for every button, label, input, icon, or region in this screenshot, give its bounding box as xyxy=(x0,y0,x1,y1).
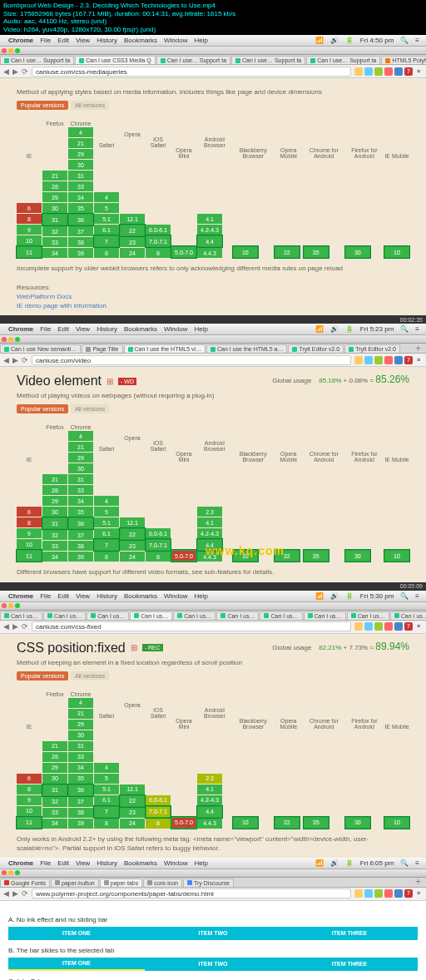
battery-icon[interactable]: 🔋 xyxy=(345,37,354,44)
version-cell[interactable]: 35 xyxy=(304,246,329,258)
version-cell[interactable]: 8 xyxy=(17,214,42,224)
browser-tab[interactable]: Can I us… xyxy=(173,611,215,620)
version-cell[interactable]: 29 xyxy=(68,149,93,159)
version-cell[interactable]: 23 xyxy=(120,237,145,247)
version-cell[interactable]: 4.1 xyxy=(197,214,222,224)
browser-tab[interactable]: Can I use New semanti… xyxy=(0,344,81,353)
browser-tab[interactable]: Try Discourse xyxy=(183,879,234,887)
reload-icon[interactable]: ⟳ xyxy=(22,67,28,76)
clock[interactable]: Fri 5:23 pm xyxy=(360,325,394,333)
version-cell[interactable]: 38 xyxy=(68,237,93,247)
ext-icon[interactable] xyxy=(364,67,373,76)
version-cell[interactable]: 6.0-6.1 xyxy=(146,225,171,235)
forward-icon[interactable]: ▶ xyxy=(12,622,18,631)
version-cell[interactable]: 4 xyxy=(94,763,119,773)
version-cell[interactable]: 34 xyxy=(68,192,93,202)
version-cell[interactable]: 6 xyxy=(17,507,42,517)
version-cell[interactable]: 34 xyxy=(42,819,67,829)
version-cell[interactable]: 10 xyxy=(233,246,258,258)
ext-icon[interactable]: 7 xyxy=(404,67,413,76)
menu-file[interactable]: File xyxy=(40,325,51,333)
version-cell[interactable]: 4 xyxy=(68,431,93,441)
browser-tab[interactable]: Can I us… xyxy=(390,611,426,620)
version-cell[interactable]: 10 xyxy=(384,550,409,562)
version-cell[interactable]: 4 xyxy=(94,496,119,506)
version-cell[interactable]: 10 xyxy=(384,246,409,258)
version-cell[interactable]: 12.1 xyxy=(120,214,145,224)
version-cell[interactable]: 34 xyxy=(68,763,93,773)
version-cell[interactable]: 39 xyxy=(68,819,93,829)
version-cell[interactable]: 6.1 xyxy=(94,795,119,805)
version-cell[interactable]: 4.2-4.3 xyxy=(197,528,222,538)
link-icon[interactable]: ⊞ xyxy=(131,643,137,652)
version-cell[interactable]: 34 xyxy=(42,552,67,562)
version-cell[interactable]: 31 xyxy=(68,474,93,484)
notif-icon[interactable]: ≡ xyxy=(415,37,419,44)
all-versions-button[interactable]: All versions xyxy=(71,404,109,413)
popular-versions-button[interactable]: Popular versions xyxy=(17,404,68,413)
version-cell[interactable]: 21 xyxy=(42,474,67,484)
clock[interactable]: Fri 4:50 pm xyxy=(360,37,394,44)
version-cell[interactable]: 37 xyxy=(68,226,93,236)
version-cell[interactable]: 24 xyxy=(120,248,145,258)
version-cell[interactable]: 22 xyxy=(275,817,300,829)
version-cell[interactable]: 5 xyxy=(94,774,119,784)
menu-bookmarks[interactable]: Bookmarks xyxy=(124,325,157,333)
version-cell[interactable]: 33 xyxy=(68,752,93,762)
version-cell[interactable]: 36 xyxy=(68,784,93,796)
version-cell[interactable]: 5.0-7.0 xyxy=(171,246,196,258)
version-cell[interactable]: 23 xyxy=(120,541,145,551)
version-cell[interactable]: 6.0-6.1 xyxy=(146,528,171,538)
browser-tab[interactable]: Tryit Editor v2.0 xyxy=(344,344,400,353)
menu-view[interactable]: View xyxy=(76,37,90,44)
version-cell[interactable]: 5 xyxy=(94,203,119,213)
version-cell[interactable]: 33 xyxy=(68,181,93,191)
version-cell[interactable]: 35 xyxy=(68,203,93,213)
version-cell[interactable]: 29 xyxy=(42,763,67,773)
app-name[interactable]: Chrome xyxy=(8,37,33,44)
version-cell[interactable]: 2.3 xyxy=(197,774,222,784)
paper-tab[interactable]: ITEM ONE xyxy=(8,958,145,971)
menu-history[interactable]: History xyxy=(97,37,117,44)
version-cell[interactable]: 23 xyxy=(120,808,145,818)
version-cell[interactable]: 10 xyxy=(17,235,42,245)
version-cell[interactable]: 30 xyxy=(42,507,67,517)
version-cell[interactable]: 21 xyxy=(68,442,93,452)
new-tab-button[interactable]: + xyxy=(410,878,426,888)
version-cell[interactable]: 24 xyxy=(120,819,145,829)
popular-versions-button[interactable]: Popular versions xyxy=(17,101,68,110)
version-cell[interactable]: 30 xyxy=(68,730,93,740)
version-cell[interactable]: 5.1 xyxy=(94,517,119,527)
version-cell[interactable]: 4.4.3 xyxy=(197,819,222,829)
paper-tab[interactable]: ITEM ONE xyxy=(8,927,145,940)
version-cell[interactable]: 7 xyxy=(94,539,119,551)
version-cell[interactable]: 30 xyxy=(42,774,67,784)
forward-icon[interactable]: ▶ xyxy=(12,356,18,364)
version-cell[interactable]: 8 xyxy=(94,552,119,562)
traffic-lights[interactable] xyxy=(2,48,20,53)
browser-tab[interactable]: Page Title xyxy=(82,344,122,353)
version-cell[interactable]: 36 xyxy=(68,214,93,225)
wifi-icon[interactable]: 📶 xyxy=(315,37,324,44)
version-cell[interactable]: 21 xyxy=(68,709,93,719)
popular-versions-button[interactable]: Popular versions xyxy=(17,671,68,681)
browser-tab[interactable]: Can I use… Support ta xyxy=(156,56,230,64)
version-cell[interactable]: 11 xyxy=(17,817,42,829)
version-cell[interactable]: 8 xyxy=(146,248,171,258)
version-cell[interactable]: 36 xyxy=(68,517,93,529)
version-cell[interactable]: 6 xyxy=(17,203,42,213)
version-cell[interactable]: 10 xyxy=(233,550,258,562)
version-cell[interactable]: 35 xyxy=(68,507,93,517)
forward-icon[interactable]: ▶ xyxy=(12,889,18,898)
reload-icon[interactable]: ⟳ xyxy=(22,622,28,631)
version-cell[interactable]: 4.4 xyxy=(197,539,222,551)
version-cell[interactable]: 8 xyxy=(17,517,42,527)
version-cell[interactable]: 9 xyxy=(17,795,42,805)
version-cell[interactable]: 11 xyxy=(17,550,42,562)
browser-tab[interactable]: Can I us… xyxy=(0,611,42,620)
version-cell[interactable]: 34 xyxy=(68,496,93,506)
version-cell[interactable]: 8 xyxy=(94,248,119,258)
version-cell[interactable]: 22 xyxy=(275,550,300,562)
version-cell[interactable]: 4 xyxy=(68,127,93,137)
version-cell[interactable]: 28 xyxy=(42,752,67,762)
